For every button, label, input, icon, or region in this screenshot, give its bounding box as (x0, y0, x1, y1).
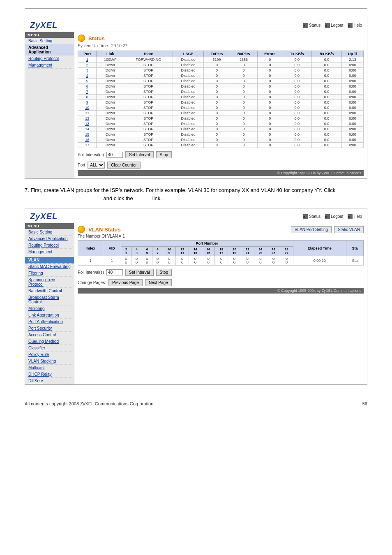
table-cell: Down (97, 89, 124, 95)
port-num-link[interactable]: 9 (78, 100, 97, 105)
port-num-link[interactable]: 17 (78, 143, 97, 148)
vlan-stop-button[interactable]: Stop (156, 269, 172, 276)
sidebar-item-advanced-application[interactable]: Advanced Application (25, 44, 74, 56)
table-cell: Disabled (173, 62, 203, 68)
port-num-link[interactable]: 1 (78, 57, 97, 62)
sidebar2-broadcast[interactable]: Broadcast Storm Control (25, 294, 74, 305)
table-cell: 0 (203, 73, 230, 79)
table-cell: 0:00 (342, 100, 364, 105)
clear-counter-button[interactable]: Clear Counter (107, 162, 140, 169)
sidebar2-advanced-application[interactable]: Advanced Application (25, 236, 74, 242)
sidebar2-bandwidth[interactable]: Bandwidth Control (25, 288, 74, 294)
table-cell: 0 (203, 111, 230, 116)
sidebar2-classifier[interactable]: Classifier (25, 345, 74, 352)
table-cell: 0.0 (311, 132, 341, 137)
static-vlan-button[interactable]: Static VLAN (334, 226, 364, 233)
vlan-set-interval-button[interactable]: Set Interval (125, 269, 154, 276)
table-cell: 0 (230, 121, 258, 127)
nav-logout-2[interactable]: ■ Logout (325, 214, 344, 219)
table-cell: 0.0 (311, 73, 341, 79)
table-cell: 0 (230, 100, 258, 105)
table-cell: STOP (124, 95, 173, 100)
port-select[interactable]: ALL (88, 162, 105, 169)
table-cell: 0 (203, 121, 230, 127)
sidebar2-routing-protocol[interactable]: Routing Protocol (25, 242, 74, 249)
table-cell: 0 (230, 127, 258, 132)
sidebar-item-routing-protocol[interactable]: Routing Protocol (25, 56, 74, 62)
vlan-p4: UU (152, 256, 163, 266)
sidebar-item-basic-setting[interactable]: Basic Setting (25, 38, 74, 44)
stop-button[interactable]: Stop (156, 151, 172, 158)
port-num-link[interactable]: 7 (78, 89, 97, 95)
table-cell: Disabled (173, 116, 203, 121)
table-cell: Disabled (173, 132, 203, 137)
set-interval-button[interactable]: Set Interval (125, 151, 154, 158)
col-uptime: Up Ti (342, 51, 364, 57)
sidebar2-basic-setting[interactable]: Basic Setting (25, 229, 74, 236)
vlan-poll-input[interactable] (106, 269, 123, 275)
table-cell: 0:00 (342, 121, 364, 127)
footer-page-number: 56 (362, 401, 367, 406)
sidebar2-port-security[interactable]: Port Security (25, 325, 74, 332)
sidebar2-diffserv[interactable]: DiffServ (25, 378, 74, 384)
port-row-17: 17DownSTOPDisabled0000.00.00:00 (78, 143, 364, 148)
port-row-8: 8DownSTOPDisabled0000.00.00:00 (78, 95, 364, 100)
nav-status-2[interactable]: ■ Status (303, 214, 321, 219)
sidebar2-multicast[interactable]: Multicast (25, 365, 74, 371)
sidebar2-access-control[interactable]: Access Control (25, 332, 74, 338)
sidebar2-vlan-stacking[interactable]: VLAN Stacking (25, 358, 74, 365)
port-num-link[interactable]: 5 (78, 79, 97, 84)
port-num-link[interactable]: 12 (78, 116, 97, 121)
table-cell: 0 (230, 68, 258, 73)
table-cell: 0 (203, 89, 230, 95)
table-cell: 0:00 (342, 62, 364, 68)
vlan-page-control: Change Pages: Previous Page Next Page (78, 279, 364, 286)
port-num-link[interactable]: 8 (78, 95, 97, 100)
sidebar2-mirroring[interactable]: Mirroring (25, 305, 74, 312)
vlan-action-buttons: VLAN Port Setting Static VLAN (291, 226, 364, 233)
table-cell: 0.0 (311, 95, 341, 100)
port-num-link[interactable]: 13 (78, 121, 97, 127)
sidebar2-policy-rule[interactable]: Policy Rule (25, 352, 74, 358)
nav-status[interactable]: ■ Status (303, 23, 321, 28)
zyxel-logo-2: ZyXEL (30, 212, 58, 221)
port-num-link[interactable]: 16 (78, 137, 97, 143)
sidebar-item-management[interactable]: Management (25, 62, 74, 69)
sidebar2-dhcp-relay[interactable]: DHCP Relay (25, 371, 74, 378)
sidebar2-link-aggregation[interactable]: Link Aggregation (25, 312, 74, 319)
table-cell: 0.0 (311, 100, 341, 105)
table-cell: 0 (230, 143, 258, 148)
sidebar2-queuing[interactable]: Queuing Method (25, 338, 74, 345)
vlan-port-setting-button[interactable]: VLAN Port Setting (291, 226, 332, 233)
port-num-link[interactable]: 2 (78, 62, 97, 68)
poll-interval-input[interactable] (106, 152, 123, 158)
sidebar2-stp[interactable]: Spanning Tree Protocol (25, 277, 74, 288)
port-num-link[interactable]: 4 (78, 73, 97, 79)
vlan-poll-control: Poll Interval(s) Set Interval Stop (78, 269, 364, 276)
port-row-16: 16DownSTOPDisabled0000.00.00:00 (78, 137, 364, 143)
port-num-link[interactable]: 3 (78, 68, 97, 73)
port-num-link[interactable]: 14 (78, 127, 97, 132)
nav-logout[interactable]: ■ Logout (325, 23, 344, 28)
table-cell: 0.0 (311, 79, 341, 84)
table-cell: 0 (257, 89, 282, 95)
prev-page-button[interactable]: Previous Page (108, 279, 143, 286)
port-num-link[interactable]: 11 (78, 111, 97, 116)
nav-help-2[interactable]: ■ Help (348, 214, 362, 219)
port-num-link[interactable]: 10 (78, 105, 97, 111)
page-footer: All contents copyright 2008 ZyXEL Commun… (25, 397, 367, 406)
port-num-link[interactable]: 6 (78, 84, 97, 89)
port-num-link[interactable]: 15 (78, 132, 97, 137)
next-page-button[interactable]: Next Page (145, 279, 172, 286)
sidebar2-static-mac[interactable]: Static MAC Forwarding (25, 264, 74, 270)
status-bar: Status (78, 35, 364, 42)
sidebar2-vlan[interactable]: VLAN (25, 257, 74, 264)
sidebar2-filtering[interactable]: Filtering (25, 270, 74, 277)
sidebar2-management[interactable]: Management (25, 249, 74, 255)
sidebar2-port-auth[interactable]: Port Authentication (25, 319, 74, 325)
nav-help[interactable]: ■ Help (348, 23, 362, 28)
table-cell: 6199 (203, 57, 230, 62)
table-cell: STOP (124, 84, 173, 89)
vlan-p3: UU (142, 256, 152, 266)
table-cell: 0 (230, 132, 258, 137)
